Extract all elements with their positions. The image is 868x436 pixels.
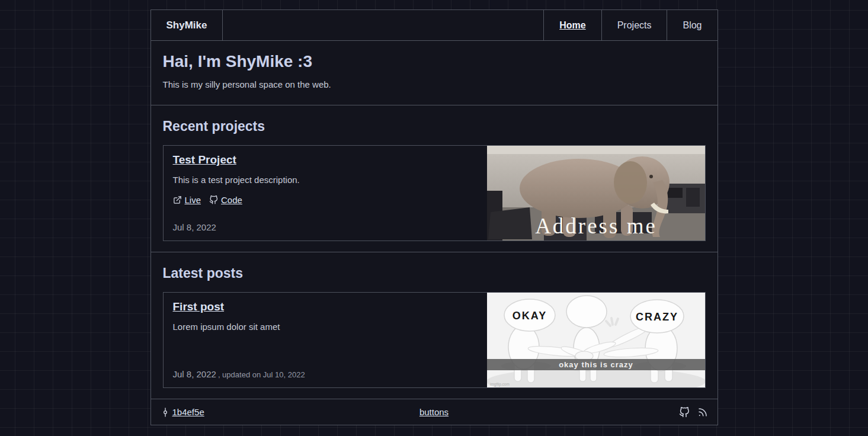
post-thumbnail-okay-crazy-meme: OKAY CRAZY okay this is crazy imgflip.co… <box>487 293 705 387</box>
post-card: First post Lorem ipsum dolor sit amet Ju… <box>163 292 706 388</box>
project-live-link[interactable]: Live <box>173 195 201 205</box>
commit-hash: 1b4ef5e <box>172 407 204 417</box>
meme-watermark: imgflip.com <box>490 382 510 387</box>
project-title-link[interactable]: Test Project <box>173 153 236 166</box>
buttons-link[interactable]: buttons <box>419 407 449 417</box>
github-footer-link[interactable] <box>679 407 690 418</box>
external-link-icon <box>173 195 182 204</box>
brand-link[interactable]: ShyMike <box>151 10 223 40</box>
commit-link[interactable]: 1b4ef5e <box>161 407 204 417</box>
project-card-body: Test Project This is a test project desc… <box>164 146 487 241</box>
post-card-body: First post Lorem ipsum dolor sit amet Ju… <box>164 293 487 387</box>
project-date: Jul 8, 2022 <box>173 222 478 232</box>
hero-subtitle: This is my silly personal space on the w… <box>163 79 706 89</box>
post-excerpt: Lorem ipsum dolor sit amet <box>173 322 478 332</box>
rss-icon <box>697 407 708 418</box>
site-footer: 1b4ef5e buttons <box>151 399 718 425</box>
nav-item-blog[interactable]: Blog <box>667 10 717 40</box>
meme-label-crazy: CRAZY <box>636 311 678 323</box>
post-date-published: Jul 8, 2022 <box>173 369 216 379</box>
post-date: Jul 8, 2022, updated on Jul 10, 2022 <box>173 369 478 379</box>
github-icon <box>679 407 690 418</box>
project-links: Live Code <box>173 195 478 205</box>
rss-footer-link[interactable] <box>697 407 708 418</box>
nav-item-projects[interactable]: Projects <box>601 10 667 40</box>
meme-caption: okay this is crazy <box>559 360 633 369</box>
page-title: Hai, I'm ShyMike :3 <box>163 52 706 72</box>
github-icon <box>209 195 218 204</box>
meme-label-okay: OKAY <box>512 310 546 322</box>
latest-posts-section: Latest posts First post Lorem ipsum dolo… <box>151 252 718 399</box>
latest-posts-heading: Latest posts <box>163 265 706 281</box>
top-nav: ShyMike Home Projects Blog <box>151 10 718 41</box>
project-code-link[interactable]: Code <box>209 195 242 205</box>
project-card: Test Project This is a test project desc… <box>163 145 706 241</box>
project-live-label: Live <box>185 195 201 205</box>
footer-social <box>679 407 708 418</box>
project-description: This is a test project description. <box>173 175 478 185</box>
recent-projects-section: Recent projects Test Project This is a t… <box>151 105 718 252</box>
main-panel: ShyMike Home Projects Blog Hai, I'm ShyM… <box>150 9 718 425</box>
nav-spacer <box>223 10 543 40</box>
nav-item-home[interactable]: Home <box>543 10 601 40</box>
elephant-meme-caption: Address me <box>535 214 657 238</box>
git-commit-icon <box>161 408 170 417</box>
hero-section: Hai, I'm ShyMike :3 This is my silly per… <box>151 41 718 105</box>
recent-projects-heading: Recent projects <box>163 118 706 134</box>
post-date-updated: , updated on Jul 10, 2022 <box>218 370 305 379</box>
project-code-label: Code <box>221 195 242 205</box>
project-thumbnail-elephant-meme: Address me <box>487 146 705 241</box>
post-title-link[interactable]: First post <box>173 300 225 313</box>
